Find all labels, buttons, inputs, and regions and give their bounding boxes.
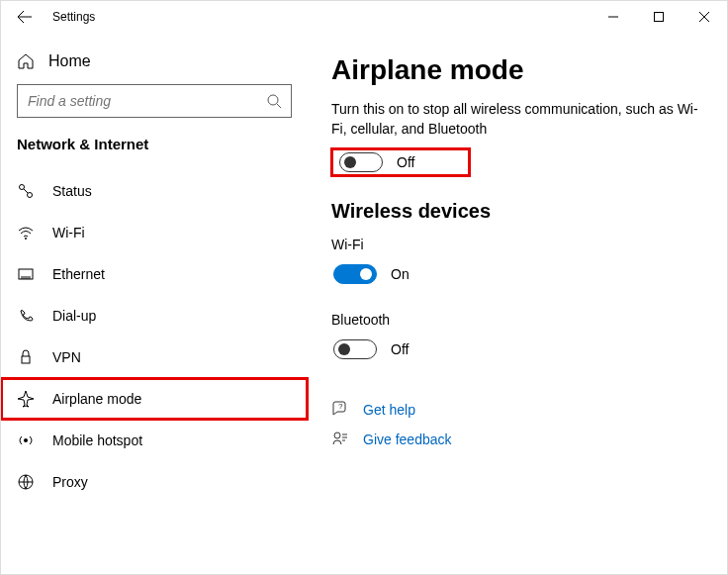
sidebar-item-label: Proxy	[52, 474, 88, 490]
nav-list: Status Wi-Fi Ethernet Dial-up VPN Airpla…	[1, 170, 308, 503]
back-button[interactable]	[1, 1, 48, 33]
home-icon	[17, 52, 35, 70]
sidebar-item-label: Mobile hotspot	[52, 432, 142, 448]
wifi-toggle-row: On	[331, 260, 470, 288]
svg-point-1	[268, 95, 278, 105]
airplane-mode-state: Off	[397, 154, 414, 170]
svg-point-4	[25, 238, 27, 240]
airplane-mode-toggle[interactable]	[339, 152, 383, 172]
minimize-icon	[608, 12, 618, 22]
give-feedback-row: Give feedback	[331, 431, 703, 448]
bluetooth-state: Off	[391, 341, 409, 357]
close-button[interactable]	[682, 1, 727, 33]
search-icon	[266, 93, 282, 109]
wifi-icon	[17, 224, 35, 241]
svg-rect-6	[22, 356, 30, 363]
close-icon	[699, 12, 709, 22]
minimize-button[interactable]	[591, 1, 636, 33]
wifi-label: Wi-Fi	[331, 237, 703, 252]
bluetooth-toggle-row: Off	[331, 335, 470, 363]
proxy-icon	[17, 473, 35, 491]
sidebar-item-wifi[interactable]: Wi-Fi	[1, 212, 308, 253]
sidebar-item-ethernet[interactable]: Ethernet	[1, 253, 308, 295]
sidebar-item-label: Wi-Fi	[52, 225, 85, 240]
svg-point-7	[24, 438, 28, 442]
search-container	[17, 84, 292, 118]
get-help-row: ? Get help	[331, 401, 703, 419]
sidebar-item-airplane-mode[interactable]: Airplane mode	[1, 378, 308, 420]
wireless-devices-heading: Wireless devices	[331, 200, 703, 223]
get-help-link[interactable]: Get help	[363, 402, 415, 418]
vpn-icon	[17, 348, 35, 366]
dialup-icon	[17, 307, 35, 325]
wifi-toggle[interactable]	[333, 264, 377, 284]
section-title: Network & Internet	[1, 136, 308, 152]
feedback-icon	[331, 431, 349, 448]
home-button[interactable]: Home	[1, 45, 308, 78]
page-title: Airplane mode	[331, 54, 703, 86]
svg-point-10	[334, 432, 340, 438]
home-label: Home	[48, 52, 91, 70]
svg-point-2	[20, 185, 25, 190]
ethernet-icon	[17, 265, 35, 283]
maximize-button[interactable]	[636, 1, 682, 33]
airplane-mode-description: Turn this on to stop all wireless commun…	[331, 100, 703, 139]
sidebar-item-proxy[interactable]: Proxy	[1, 461, 308, 503]
svg-text:?: ?	[338, 402, 343, 411]
window-title: Settings	[52, 10, 95, 24]
maximize-icon	[654, 12, 664, 22]
sidebar-item-label: Ethernet	[52, 266, 105, 282]
sidebar-item-dialup[interactable]: Dial-up	[1, 295, 308, 336]
sidebar-item-label: Dial-up	[52, 308, 96, 324]
svg-point-3	[28, 193, 33, 198]
status-icon	[17, 182, 35, 200]
main-content: Airplane mode Turn this on to stop all w…	[308, 33, 727, 574]
hotspot-icon	[17, 431, 35, 449]
airplane-mode-toggle-row: Off	[331, 148, 470, 176]
wifi-state: On	[391, 266, 410, 282]
sidebar-item-status[interactable]: Status	[1, 170, 308, 212]
sidebar: Home Network & Internet Status Wi-Fi Eth…	[1, 33, 308, 574]
bluetooth-label: Bluetooth	[331, 312, 703, 328]
titlebar: Settings	[1, 1, 727, 33]
search-input[interactable]	[17, 84, 292, 118]
airplane-icon	[17, 390, 35, 408]
sidebar-item-mobile-hotspot[interactable]: Mobile hotspot	[1, 420, 308, 461]
arrow-left-icon	[17, 9, 33, 25]
sidebar-item-vpn[interactable]: VPN	[1, 336, 308, 378]
help-icon: ?	[331, 401, 349, 419]
bluetooth-toggle[interactable]	[333, 339, 377, 359]
sidebar-item-label: Airplane mode	[52, 391, 141, 407]
window-controls	[591, 1, 727, 33]
give-feedback-link[interactable]: Give feedback	[363, 431, 452, 447]
svg-rect-0	[655, 13, 664, 22]
sidebar-item-label: VPN	[52, 349, 81, 365]
sidebar-item-label: Status	[52, 183, 92, 199]
